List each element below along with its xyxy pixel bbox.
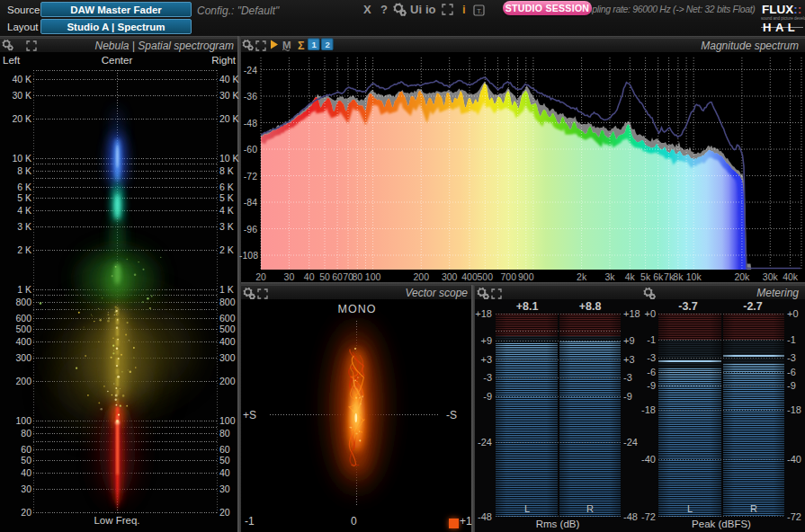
svg-text:M: M xyxy=(282,40,291,50)
svg-text:2: 2 xyxy=(326,40,330,49)
svg-text:1: 1 xyxy=(312,40,318,49)
svg-text:T.: T. xyxy=(477,7,482,15)
svg-text:Σ: Σ xyxy=(298,40,305,52)
